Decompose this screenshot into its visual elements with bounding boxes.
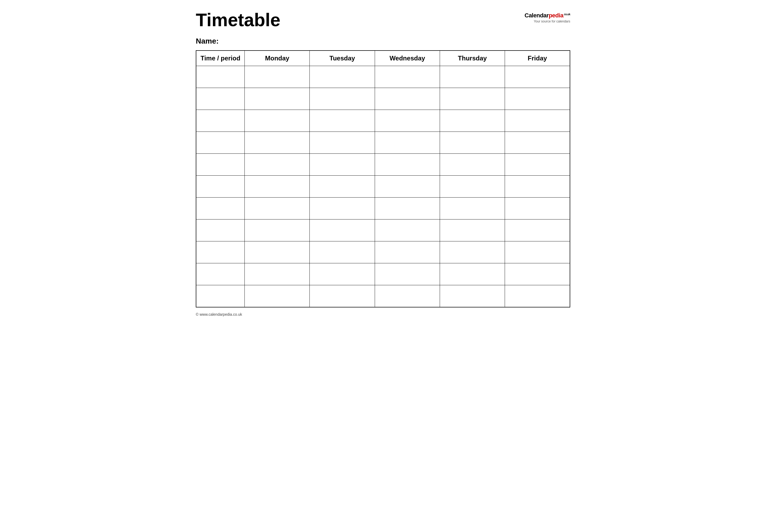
cell-wed-6[interactable] <box>375 176 440 198</box>
cell-fri-1[interactable] <box>505 66 570 88</box>
cell-wed-11[interactable] <box>375 285 440 307</box>
logo-area: Calendarpediaco.uk Your source for calen… <box>525 11 570 23</box>
cell-mon-10[interactable] <box>245 263 310 285</box>
cell-time-10[interactable] <box>196 263 245 285</box>
cell-mon-5[interactable] <box>245 154 310 176</box>
cell-fri-8[interactable] <box>505 219 570 241</box>
cell-tue-7[interactable] <box>310 198 375 219</box>
col-wednesday: Wednesday <box>375 51 440 66</box>
table-body <box>196 66 570 307</box>
cell-mon-9[interactable] <box>245 241 310 263</box>
page-title: Timetable <box>196 11 280 29</box>
cell-time-3[interactable] <box>196 110 245 132</box>
logo-couk: co.uk <box>564 13 570 16</box>
name-label: Name: <box>196 37 219 45</box>
logo-pedia: pedia <box>549 12 563 19</box>
cell-wed-3[interactable] <box>375 110 440 132</box>
cell-fri-4[interactable] <box>505 132 570 154</box>
cell-wed-8[interactable] <box>375 219 440 241</box>
table-row <box>196 219 570 241</box>
col-tuesday: Tuesday <box>310 51 375 66</box>
table-row <box>196 154 570 176</box>
table-row <box>196 263 570 285</box>
table-row <box>196 132 570 154</box>
cell-time-8[interactable] <box>196 219 245 241</box>
cell-thu-10[interactable] <box>440 263 505 285</box>
cell-mon-1[interactable] <box>245 66 310 88</box>
table-header: Time / period Monday Tuesday Wednesday T… <box>196 51 570 66</box>
cell-mon-8[interactable] <box>245 219 310 241</box>
logo-calendar: Calendar <box>525 12 549 19</box>
page-wrapper: Timetable Calendarpediaco.uk Your source… <box>196 11 570 317</box>
cell-tue-8[interactable] <box>310 219 375 241</box>
cell-mon-7[interactable] <box>245 198 310 219</box>
cell-time-1[interactable] <box>196 66 245 88</box>
cell-tue-3[interactable] <box>310 110 375 132</box>
cell-mon-11[interactable] <box>245 285 310 307</box>
cell-thu-8[interactable] <box>440 219 505 241</box>
cell-time-4[interactable] <box>196 132 245 154</box>
header-row: Timetable Calendarpediaco.uk Your source… <box>196 11 570 29</box>
cell-wed-1[interactable] <box>375 66 440 88</box>
table-row <box>196 241 570 263</box>
cell-tue-9[interactable] <box>310 241 375 263</box>
cell-fri-9[interactable] <box>505 241 570 263</box>
name-row: Name: <box>196 37 570 45</box>
cell-mon-6[interactable] <box>245 176 310 198</box>
table-row <box>196 110 570 132</box>
cell-wed-7[interactable] <box>375 198 440 219</box>
cell-mon-3[interactable] <box>245 110 310 132</box>
cell-time-7[interactable] <box>196 198 245 219</box>
cell-time-6[interactable] <box>196 176 245 198</box>
cell-mon-4[interactable] <box>245 132 310 154</box>
cell-thu-2[interactable] <box>440 88 505 110</box>
cell-tue-10[interactable] <box>310 263 375 285</box>
col-thursday: Thursday <box>440 51 505 66</box>
cell-thu-7[interactable] <box>440 198 505 219</box>
cell-tue-1[interactable] <box>310 66 375 88</box>
cell-fri-5[interactable] <box>505 154 570 176</box>
cell-thu-3[interactable] <box>440 110 505 132</box>
cell-fri-11[interactable] <box>505 285 570 307</box>
cell-time-2[interactable] <box>196 88 245 110</box>
cell-wed-9[interactable] <box>375 241 440 263</box>
cell-tue-2[interactable] <box>310 88 375 110</box>
cell-thu-6[interactable] <box>440 176 505 198</box>
cell-thu-9[interactable] <box>440 241 505 263</box>
table-row <box>196 198 570 219</box>
cell-wed-2[interactable] <box>375 88 440 110</box>
cell-fri-7[interactable] <box>505 198 570 219</box>
cell-fri-3[interactable] <box>505 110 570 132</box>
cell-tue-4[interactable] <box>310 132 375 154</box>
table-row <box>196 285 570 307</box>
table-row <box>196 176 570 198</box>
table-row <box>196 88 570 110</box>
cell-time-11[interactable] <box>196 285 245 307</box>
cell-fri-6[interactable] <box>505 176 570 198</box>
footer: © www.calendarpedia.co.uk <box>196 312 570 317</box>
cell-fri-10[interactable] <box>505 263 570 285</box>
cell-mon-2[interactable] <box>245 88 310 110</box>
cell-thu-5[interactable] <box>440 154 505 176</box>
footer-url: www.calendarpedia.co.uk <box>199 312 242 317</box>
timetable: Time / period Monday Tuesday Wednesday T… <box>196 50 570 307</box>
cell-time-9[interactable] <box>196 241 245 263</box>
col-time: Time / period <box>196 51 245 66</box>
cell-wed-5[interactable] <box>375 154 440 176</box>
cell-time-5[interactable] <box>196 154 245 176</box>
col-monday: Monday <box>245 51 310 66</box>
table-row <box>196 66 570 88</box>
cell-tue-6[interactable] <box>310 176 375 198</box>
header-row-tr: Time / period Monday Tuesday Wednesday T… <box>196 51 570 66</box>
cell-tue-11[interactable] <box>310 285 375 307</box>
col-friday: Friday <box>505 51 570 66</box>
cell-wed-4[interactable] <box>375 132 440 154</box>
cell-thu-1[interactable] <box>440 66 505 88</box>
logo-tagline: Your source for calendars <box>534 20 570 23</box>
cell-wed-10[interactable] <box>375 263 440 285</box>
cell-fri-2[interactable] <box>505 88 570 110</box>
cell-tue-5[interactable] <box>310 154 375 176</box>
cell-thu-11[interactable] <box>440 285 505 307</box>
cell-thu-4[interactable] <box>440 132 505 154</box>
logo-text: Calendarpediaco.uk <box>525 12 570 19</box>
